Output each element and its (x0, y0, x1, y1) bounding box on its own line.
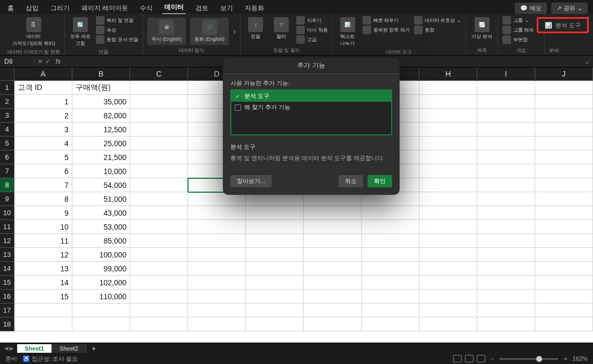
cell[interactable]: 54,000 (72, 178, 130, 192)
row-header[interactable]: 5 (0, 136, 14, 150)
cell[interactable] (188, 304, 246, 317)
cell[interactable] (419, 164, 477, 178)
cell[interactable] (477, 276, 535, 290)
sheet-tab-2[interactable]: Sheet2 (52, 344, 86, 353)
cell[interactable] (419, 317, 477, 331)
cell[interactable] (535, 95, 593, 109)
cell[interactable] (362, 206, 419, 220)
row-header[interactable]: 11 (0, 220, 14, 234)
cell[interactable] (130, 262, 188, 276)
cell[interactable] (477, 178, 535, 192)
cell[interactable] (535, 164, 593, 178)
zoom-thumb[interactable] (536, 356, 542, 362)
cell[interactable] (419, 290, 477, 304)
cell[interactable]: 12 (14, 248, 72, 262)
cell[interactable]: 100,000 (72, 248, 130, 262)
ok-button[interactable]: 확인 (367, 175, 392, 187)
expand-formula-icon[interactable]: ⌄ (581, 58, 593, 65)
cell[interactable] (535, 178, 593, 192)
cell[interactable] (535, 304, 593, 317)
cell[interactable] (72, 317, 130, 331)
cell[interactable] (130, 109, 188, 123)
cell[interactable] (535, 234, 593, 248)
row-header[interactable]: 16 (0, 290, 14, 304)
cell[interactable] (419, 81, 477, 95)
normal-view-icon[interactable] (453, 355, 462, 362)
cell[interactable] (304, 317, 362, 331)
cell[interactable] (362, 317, 419, 331)
tab-home[interactable]: 홈 (5, 2, 16, 14)
analysis-tools-highlight[interactable]: 📊 분석 도구 (537, 17, 589, 33)
row-header[interactable]: 10 (0, 206, 14, 220)
advanced-filter[interactable]: 고급 (296, 35, 328, 44)
ungroup-rows[interactable]: 그룹 해제 ⌄ (502, 26, 541, 34)
sheet-nav-right-icon[interactable]: ▶ (10, 345, 14, 351)
cell[interactable]: 82,000 (72, 109, 130, 123)
cell[interactable] (419, 206, 477, 220)
cell[interactable] (477, 317, 535, 331)
column-header[interactable]: I (477, 67, 535, 81)
chevron-right-icon[interactable]: › (233, 27, 236, 36)
cell[interactable]: 2 (14, 109, 72, 123)
cell[interactable] (535, 276, 593, 290)
remove-duplicates[interactable]: 중복된 항목 제거 (363, 26, 410, 34)
checkbox-off-icon[interactable] (235, 104, 241, 111)
cell[interactable] (477, 248, 535, 262)
query-connections[interactable]: 쿼리 및 연결 (96, 16, 138, 25)
cell[interactable] (188, 317, 246, 331)
row-header[interactable]: 2 (0, 95, 14, 109)
cell[interactable] (362, 304, 419, 317)
cell[interactable] (130, 290, 188, 304)
reapply-filter[interactable]: 다시 적용 (296, 26, 328, 34)
cell[interactable]: 12,500 (72, 123, 130, 136)
tab-formula[interactable]: 수식 (138, 2, 155, 14)
cell[interactable] (130, 304, 188, 317)
text-to-columns[interactable]: 📊텍스트 나누기 (337, 16, 358, 48)
cell[interactable] (419, 109, 477, 123)
cell[interactable] (419, 234, 477, 248)
get-data-button[interactable]: 🗄 데이터 가져오기(파워 쿼리) (11, 16, 57, 48)
cell[interactable] (130, 248, 188, 262)
cell[interactable] (477, 234, 535, 248)
cell[interactable] (477, 150, 535, 164)
edit-links[interactable]: 통합 문서 연결 (96, 35, 138, 44)
cell[interactable] (477, 136, 535, 150)
cell[interactable] (130, 136, 188, 150)
cell[interactable] (419, 192, 477, 206)
column-header[interactable]: J (535, 67, 593, 81)
cell[interactable]: 51,000 (72, 192, 130, 206)
cell[interactable]: 고객 ID (14, 81, 72, 95)
cell[interactable] (130, 192, 188, 206)
cell[interactable]: 85,000 (72, 234, 130, 248)
cell[interactable] (130, 178, 188, 192)
row-header[interactable]: 15 (0, 276, 14, 290)
clear-filter[interactable]: 지우기 (296, 16, 328, 25)
cell[interactable] (477, 81, 535, 95)
cell[interactable] (535, 109, 593, 123)
zoom-out-button[interactable]: − (491, 355, 494, 362)
cell[interactable] (188, 206, 246, 220)
zoom-in-button[interactable]: + (564, 355, 567, 362)
cell[interactable]: 8 (14, 192, 72, 206)
cancel-formula-icon[interactable]: ✕ (37, 58, 43, 65)
cell[interactable] (304, 262, 362, 276)
cell[interactable] (362, 276, 419, 290)
cell[interactable] (362, 262, 419, 276)
cell[interactable]: 14 (14, 276, 72, 290)
cell[interactable] (477, 123, 535, 136)
cell[interactable] (535, 262, 593, 276)
cell[interactable] (477, 109, 535, 123)
cell[interactable]: 102,000 (72, 276, 130, 290)
cell[interactable] (535, 81, 593, 95)
tab-view[interactable]: 보기 (218, 2, 235, 14)
whatif-button[interactable]: 📈가상 분석 (470, 16, 493, 41)
cell[interactable] (130, 81, 188, 95)
cell[interactable] (130, 123, 188, 136)
cell[interactable] (304, 304, 362, 317)
tab-insert[interactable]: 삽입 (24, 2, 41, 14)
cell[interactable]: 구매액(원) (72, 81, 130, 95)
cell[interactable] (304, 206, 362, 220)
row-header[interactable]: 1 (0, 81, 14, 95)
cell[interactable] (130, 317, 188, 331)
cell[interactable] (362, 248, 419, 262)
